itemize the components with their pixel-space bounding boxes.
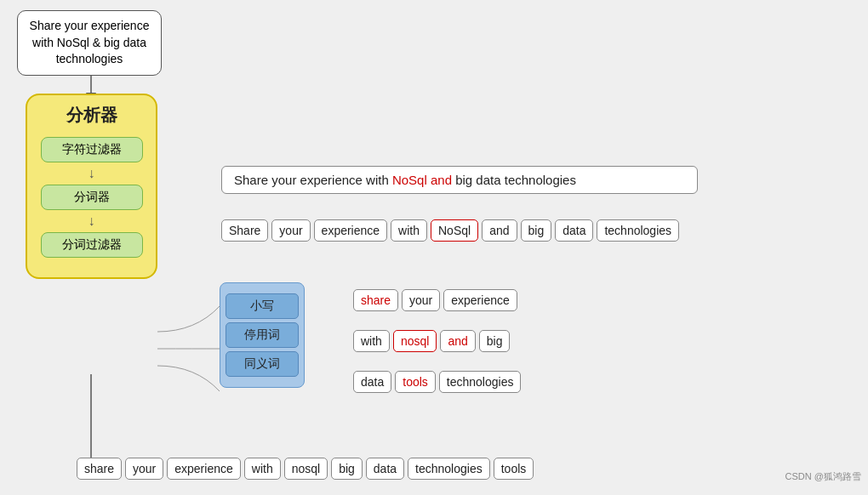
token-big-2: big <box>479 330 511 352</box>
analyzer-block: 分析器 字符过滤器 ↓ 分词器 ↓ 分词过滤器 <box>26 94 157 279</box>
token-and-1: and <box>482 219 517 242</box>
token-row-2-line3: data tools technologies <box>353 371 521 393</box>
token-your-2: your <box>402 289 440 311</box>
bottom-token-share: share <box>77 458 122 480</box>
token-with-1: with <box>391 219 427 242</box>
token-technologies-2: technologies <box>439 371 522 393</box>
filter-lowercase[interactable]: 小写 <box>226 293 299 319</box>
token-experience-1: experience <box>314 219 388 242</box>
token-your-1: your <box>271 219 310 242</box>
bottom-token-with: with <box>244 458 281 480</box>
bottom-token-tools: tools <box>494 458 534 480</box>
sentence-box: Share your experience with NoSql and big… <box>221 166 698 194</box>
main-container: Share your experience with NoSql & big d… <box>0 0 868 495</box>
token-and-2: and <box>440 330 475 352</box>
filter-synonym[interactable]: 同义词 <box>226 351 299 377</box>
char-filter: 字符过滤器 <box>41 137 143 162</box>
token-big-1: big <box>521 219 552 242</box>
input-text: Share your experience with NoSql & big d… <box>30 19 150 65</box>
input-box: Share your experience with NoSql & big d… <box>17 10 162 76</box>
sentence-nosql: NoSql <box>392 173 427 187</box>
arrow-1: ↓ <box>34 167 149 180</box>
bottom-token-experience: experience <box>167 458 241 480</box>
arrow-2: ↓ <box>34 214 149 228</box>
token-technologies-1: technologies <box>597 219 679 242</box>
sentence-and: and <box>431 173 452 187</box>
bottom-row: share your experience with nosql big dat… <box>77 458 534 480</box>
bottom-token-your: your <box>125 458 163 480</box>
bottom-token-big: big <box>331 458 363 480</box>
token-nosql-1: NoSql <box>431 219 478 242</box>
analyzer-title: 分析器 <box>34 104 149 127</box>
sentence-prefix: Share your experience with <box>234 173 392 187</box>
bottom-token-nosql: nosql <box>284 458 328 480</box>
bottom-token-data: data <box>366 458 404 480</box>
watermark: CSDN @狐鸿路雪 <box>785 470 861 483</box>
token-with-2: with <box>353 330 390 352</box>
token-row-2-line1: share your experience <box>353 289 517 311</box>
token-filter: 分词过滤器 <box>41 232 143 258</box>
bottom-token-technologies: technologies <box>408 458 490 480</box>
token-experience-2: experience <box>443 289 517 311</box>
token-share-1: Share <box>221 219 268 242</box>
token-nosql-2: nosql <box>393 330 437 352</box>
token-data-2: data <box>353 371 391 393</box>
filter-sub-block: 小写 停用词 同义词 <box>220 282 305 388</box>
filter-stopword[interactable]: 停用词 <box>226 322 299 348</box>
token-row-1: Share your experience with NoSql and big… <box>221 219 679 242</box>
tokenizer: 分词器 <box>41 185 143 210</box>
token-data-1: data <box>555 219 593 242</box>
token-tools-2: tools <box>395 371 436 393</box>
token-share-2: share <box>353 289 398 311</box>
token-row-2-line2: with nosql and big <box>353 330 510 352</box>
sentence-suffix: big data technologies <box>452 173 576 187</box>
